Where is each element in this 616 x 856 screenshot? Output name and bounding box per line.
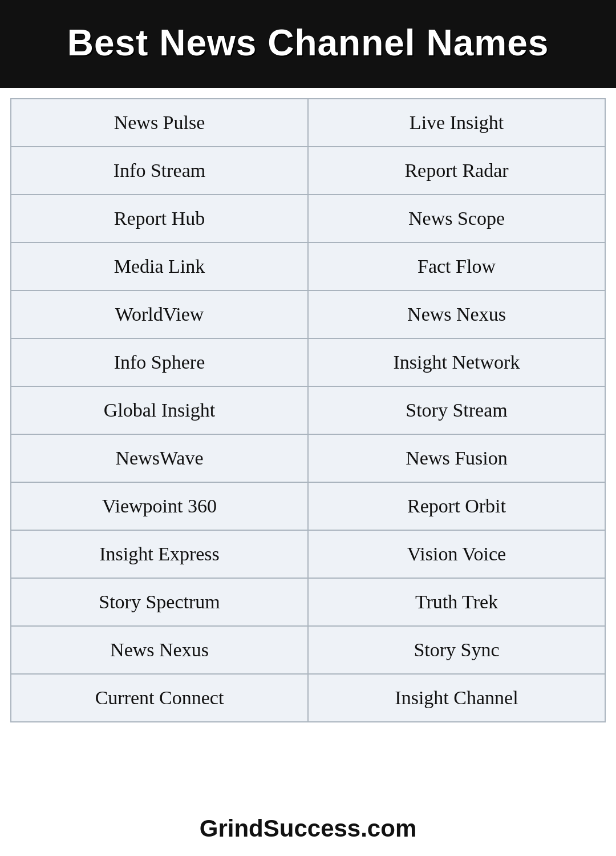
page-title: Best News Channel Names [23, 22, 593, 64]
names-table: News PulseLive InsightInfo StreamReport … [10, 98, 606, 722]
cell-col2: News Fusion [308, 434, 605, 482]
cell-col1: News Pulse [11, 99, 308, 147]
table-row: Viewpoint 360Report Orbit [11, 482, 605, 530]
table-row: WorldViewNews Nexus [11, 290, 605, 338]
cell-col2: Report Orbit [308, 482, 605, 530]
cell-col1: Global Insight [11, 386, 308, 434]
cell-col2: Story Sync [308, 626, 605, 674]
cell-col2: News Nexus [308, 290, 605, 338]
cell-col2: Fact Flow [308, 243, 605, 290]
table-row: Media LinkFact Flow [11, 243, 605, 290]
cell-col2: Live Insight [308, 99, 605, 147]
page-footer: GrindSuccess.com [0, 799, 616, 856]
cell-col1: Insight Express [11, 530, 308, 578]
cell-col2: Story Stream [308, 386, 605, 434]
table-row: News PulseLive Insight [11, 99, 605, 147]
cell-col2: News Scope [308, 195, 605, 243]
table-row: NewsWaveNews Fusion [11, 434, 605, 482]
cell-col1: WorldView [11, 290, 308, 338]
cell-col1: Info Sphere [11, 338, 308, 386]
cell-col2: Vision Voice [308, 530, 605, 578]
cell-col2: Insight Channel [308, 674, 605, 722]
table-row: News NexusStory Sync [11, 626, 605, 674]
cell-col1: Current Connect [11, 674, 308, 722]
table-container: News PulseLive InsightInfo StreamReport … [0, 88, 616, 799]
page-header: Best News Channel Names [0, 0, 616, 88]
table-row: Info StreamReport Radar [11, 147, 605, 195]
cell-col1: Viewpoint 360 [11, 482, 308, 530]
cell-col1: Report Hub [11, 195, 308, 243]
cell-col1: Media Link [11, 243, 308, 290]
cell-col1: Story Spectrum [11, 578, 308, 626]
cell-col1: NewsWave [11, 434, 308, 482]
table-row: Info SphereInsight Network [11, 338, 605, 386]
cell-col2: Report Radar [308, 147, 605, 195]
cell-col2: Insight Network [308, 338, 605, 386]
table-row: Report HubNews Scope [11, 195, 605, 243]
table-row: Global InsightStory Stream [11, 386, 605, 434]
footer-brand: GrindSuccess.com [200, 815, 416, 842]
cell-col1: News Nexus [11, 626, 308, 674]
table-row: Insight ExpressVision Voice [11, 530, 605, 578]
cell-col1: Info Stream [11, 147, 308, 195]
table-row: Story SpectrumTruth Trek [11, 578, 605, 626]
table-row: Current ConnectInsight Channel [11, 674, 605, 722]
cell-col2: Truth Trek [308, 578, 605, 626]
